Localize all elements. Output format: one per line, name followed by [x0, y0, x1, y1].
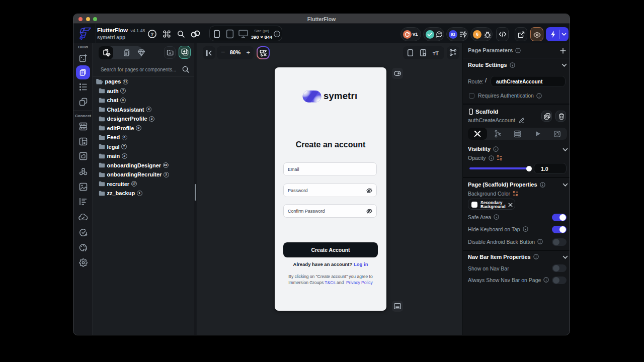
svg-text:?: ? — [151, 31, 154, 37]
